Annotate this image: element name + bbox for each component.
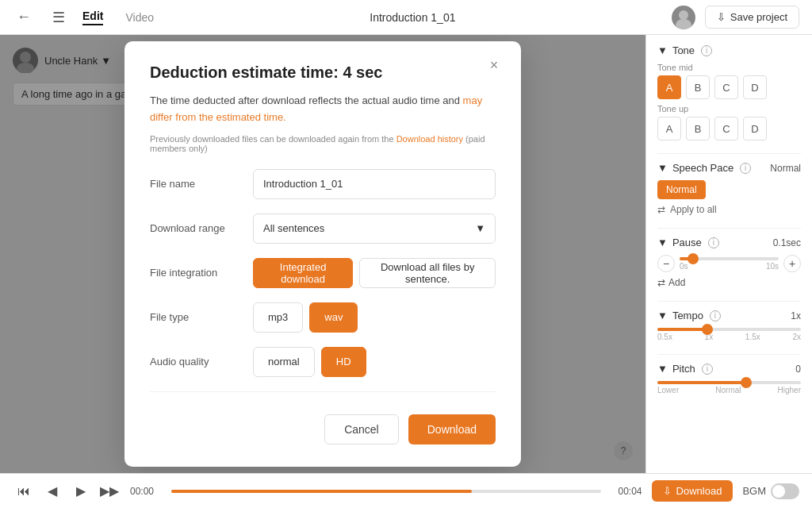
tone-up-c[interactable]: C	[714, 117, 738, 140]
pause-section: ▼ Pause i 0.1sec − 0s 10s	[657, 237, 801, 288]
bgm-knob	[772, 485, 785, 498]
modal-close-button[interactable]: ×	[483, 54, 505, 76]
tempo-slider-track[interactable]	[657, 328, 801, 331]
apply-all[interactable]: ⇄ Apply to all	[657, 204, 801, 215]
user-avatar	[672, 6, 695, 29]
tone-up-a[interactable]: A	[657, 117, 681, 140]
file-name-input[interactable]	[253, 169, 496, 199]
progress-fill	[171, 490, 472, 493]
tempo-section: ▼ Tempo i 1x 0.5x 1x 1.5x 2x	[657, 310, 801, 341]
apply-icon: ⇄	[657, 204, 665, 215]
file-name-row: File name	[150, 169, 496, 199]
arrow-icon-5: ▼	[657, 363, 668, 375]
progress-bar[interactable]	[171, 490, 601, 493]
playback-controls: ⏮ ◀ ▶ ▶▶	[13, 480, 121, 502]
download-button[interactable]: Download	[408, 414, 496, 444]
modal-note: Previously downloaded files can be downl…	[150, 134, 496, 153]
file-type-row: File type mp3 wav	[150, 302, 496, 333]
play-button[interactable]: ▶	[70, 480, 92, 502]
download-range-label: Download range	[150, 222, 253, 234]
pause-increase-button[interactable]: +	[783, 255, 801, 272]
by-sentence-button[interactable]: Download all files by sentence.	[359, 258, 496, 288]
download-range-btn[interactable]: All sentences ▼	[253, 214, 496, 244]
next-button[interactable]: ▶▶	[98, 480, 121, 502]
pitch-slider-labels: Lower Normal Higher	[657, 386, 801, 394]
pitch-slider-thumb[interactable]	[741, 377, 752, 388]
tone-up-row: A B C D	[657, 117, 801, 140]
modal-description: The time deducted after download reflect…	[150, 93, 496, 126]
time-start: 00:00	[130, 486, 162, 497]
pause-slider-thumb[interactable]	[688, 253, 699, 264]
pace-normal-button[interactable]: Normal	[657, 180, 706, 199]
speech-pace-buttons: Normal	[657, 180, 801, 199]
pause-controls: − 0s 10s +	[657, 255, 801, 272]
info-icon-5: i	[702, 364, 713, 375]
right-panel: ▼ Tone i Tone mid A B C D Tone up A B C …	[645, 35, 812, 473]
file-type-group: mp3 wav	[253, 302, 496, 333]
tone-mid-c[interactable]: C	[714, 75, 738, 99]
tone-section: ▼ Tone i Tone mid A B C D Tone up A B C …	[657, 44, 801, 140]
tempo-slider-thumb[interactable]	[702, 324, 713, 335]
pause-slider-track[interactable]	[680, 257, 779, 260]
pitch-title[interactable]: ▼ Pitch i 0	[657, 363, 801, 375]
wav-button[interactable]: wav	[309, 302, 358, 333]
back-button[interactable]: ←	[13, 6, 35, 29]
download-history-link[interactable]: Download history	[396, 134, 463, 144]
pitch-section: ▼ Pitch i 0 Lower Normal Higher	[657, 363, 801, 394]
save-project-button[interactable]: ⇩ Save project	[705, 6, 799, 29]
tone-mid-a[interactable]: A	[657, 75, 681, 99]
tone-mid-label: Tone mid	[657, 63, 801, 72]
svg-point-0	[679, 10, 688, 20]
modal-title: Deduction estimate time: 4 sec	[150, 64, 496, 82]
info-icon-2: i	[740, 163, 751, 174]
topbar: ← ☰ Edit Video Introduction 1_01 ⇩ Save …	[0, 0, 812, 35]
speech-pace-title[interactable]: ▼ Speech Pace i Normal	[657, 162, 801, 174]
tone-up-d[interactable]: D	[743, 117, 767, 140]
audio-quality-label: Audio quality	[150, 356, 253, 368]
bottom-download-button[interactable]: ⇩ Download	[652, 480, 733, 502]
bgm-toggle: BGM	[742, 483, 799, 499]
topbar-right: ⇩ Save project	[672, 6, 799, 29]
tone-section-title[interactable]: ▼ Tone i	[657, 44, 801, 56]
pause-title[interactable]: ▼ Pause i 0.1sec	[657, 237, 801, 248]
pitch-slider-track[interactable]	[657, 381, 801, 384]
save-icon: ⇩	[717, 11, 726, 23]
tone-mid-d[interactable]: D	[743, 75, 767, 99]
divider-4	[657, 354, 801, 355]
pitch-slider-container: Lower Normal Higher	[657, 381, 801, 394]
prev-button[interactable]: ◀	[41, 480, 63, 502]
modal-footer: Cancel Download	[150, 414, 496, 444]
download-modal: × Deduction estimate time: 4 sec The tim…	[124, 41, 521, 467]
cancel-button[interactable]: Cancel	[324, 414, 399, 444]
integrated-download-button[interactable]: Integrated download	[253, 258, 353, 288]
download-range-select[interactable]: All sentences ▼	[253, 214, 496, 244]
arrow-icon-2: ▼	[657, 162, 668, 174]
skip-to-start-button[interactable]: ⏮	[13, 480, 35, 502]
normal-quality-button[interactable]: normal	[253, 347, 315, 377]
file-integration-label: File integration	[150, 267, 253, 279]
tone-up-b[interactable]: B	[686, 117, 710, 140]
time-end: 00:04	[611, 486, 642, 497]
tab-video[interactable]: Video	[125, 11, 154, 24]
tempo-title[interactable]: ▼ Tempo i 1x	[657, 310, 801, 321]
topbar-left: ← ☰ Edit Video	[13, 6, 154, 29]
bottom-bar: ⏮ ◀ ▶ ▶▶ 00:00 00:04 ⇩ Download BGM	[0, 473, 812, 508]
bgm-switch[interactable]	[771, 483, 799, 499]
add-button[interactable]: ⇄ Add	[657, 277, 801, 288]
tab-edit[interactable]: Edit	[82, 10, 103, 25]
info-icon: i	[701, 45, 712, 56]
pause-slider-container: 0s 10s	[680, 257, 779, 271]
content-area: Uncle Hank ▼ A long time ago in a galaxy…	[0, 35, 812, 473]
menu-button[interactable]: ☰	[48, 6, 70, 29]
download-icon: ⇩	[663, 485, 672, 497]
hd-quality-button[interactable]: HD	[321, 347, 366, 377]
speech-pace-section: ▼ Speech Pace i Normal Normal ⇄ Apply to…	[657, 162, 801, 215]
audio-quality-row: Audio quality normal HD	[150, 347, 496, 377]
mp3-button[interactable]: mp3	[253, 302, 303, 333]
arrow-icon: ▼	[657, 44, 668, 56]
pause-decrease-button[interactable]: −	[657, 255, 675, 272]
app-container: ← ☰ Edit Video Introduction 1_01 ⇩ Save …	[0, 0, 812, 508]
pitch-slider-fill	[657, 381, 744, 384]
tone-mid-b[interactable]: B	[686, 75, 710, 99]
tempo-slider-labels: 0.5x 1x 1.5x 2x	[657, 333, 801, 341]
